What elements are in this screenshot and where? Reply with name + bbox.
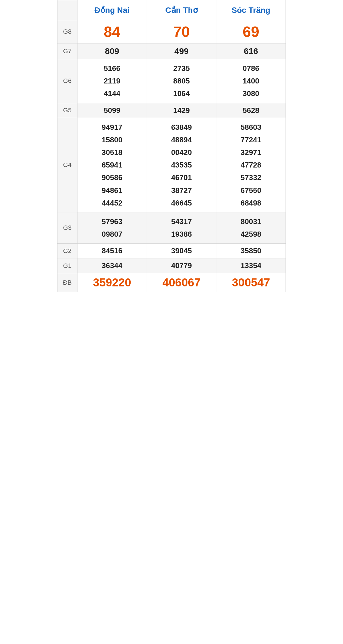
g6-dongnai: 516621194144 xyxy=(77,59,147,103)
list-item: 57332 xyxy=(218,171,284,184)
g3-soctrang: 8003142598 xyxy=(216,212,286,243)
g5-cantho: 1429 xyxy=(147,103,216,118)
list-item: 2735 xyxy=(148,62,215,75)
table-row-g7: G7 809 499 616 xyxy=(57,43,286,59)
list-item: 0786 xyxy=(218,62,284,75)
list-item: 58603 xyxy=(218,121,284,133)
list-item: 94917 xyxy=(79,121,145,133)
list-item: 1400 xyxy=(218,75,284,87)
g5-dongnai: 5099 xyxy=(77,103,147,118)
g2-label: G2 xyxy=(57,244,77,258)
list-item: 19386 xyxy=(148,228,215,240)
header-label-col xyxy=(57,0,77,20)
table-row-g1: G1 36344 40779 13354 xyxy=(57,258,286,273)
list-item: 8805 xyxy=(148,75,215,87)
db-cantho-val: 406067 xyxy=(162,276,200,289)
list-item: 5166 xyxy=(79,62,145,75)
g8-cantho-val: 70 xyxy=(173,23,190,40)
list-item: 47728 xyxy=(218,159,284,171)
list-item: 44452 xyxy=(79,197,145,209)
list-item: 2119 xyxy=(79,75,145,87)
g1-cantho: 40779 xyxy=(147,258,216,273)
list-item: 3080 xyxy=(218,87,284,100)
g7-soctrang: 616 xyxy=(216,43,286,59)
list-item: 80031 xyxy=(218,215,284,228)
g1-soctrang: 13354 xyxy=(216,258,286,273)
g3-cantho: 5431719386 xyxy=(147,212,216,243)
list-item: 67550 xyxy=(218,184,284,197)
table-row-g3: G3 5796309807 5431719386 8003142598 xyxy=(57,212,286,243)
list-item: 00420 xyxy=(148,146,215,159)
list-item: 1064 xyxy=(148,87,215,100)
list-item: 57963 xyxy=(79,215,145,228)
list-item: 30518 xyxy=(79,146,145,159)
list-item: 54317 xyxy=(148,215,215,228)
g8-dongnai: 84 xyxy=(77,20,147,43)
g5-soctrang: 5628 xyxy=(216,103,286,118)
list-item: 46645 xyxy=(148,197,215,209)
g6-soctrang: 078614003080 xyxy=(216,59,286,103)
table-row-g2: G2 84516 39045 35850 xyxy=(57,244,286,258)
g7-dongnai: 809 xyxy=(77,43,147,59)
db-dongnai-val: 359220 xyxy=(93,276,131,289)
list-item: 63849 xyxy=(148,121,215,133)
g8-soctrang-val: 69 xyxy=(243,23,259,40)
header-cantho: Cần Thơ xyxy=(147,0,216,20)
list-item: 90586 xyxy=(79,171,145,184)
g4-dongnai: 94917158003051865941905869486144452 xyxy=(77,118,147,212)
header-soctrang: Sóc Trăng xyxy=(216,0,286,20)
table-row-g5: G5 5099 1429 5628 xyxy=(57,103,286,118)
list-item: 42598 xyxy=(218,228,284,240)
g6-label: G6 xyxy=(57,59,77,103)
db-dongnai: 359220 xyxy=(77,273,147,292)
g2-soctrang: 35850 xyxy=(216,244,286,258)
g8-soctrang: 69 xyxy=(216,20,286,43)
g2-cantho: 39045 xyxy=(147,244,216,258)
g7-label: G7 xyxy=(57,43,77,59)
g6-cantho: 273588051064 xyxy=(147,59,216,103)
db-soctrang-val: 300547 xyxy=(232,276,270,289)
list-item: 77241 xyxy=(218,133,284,146)
table-row-g4: G4 94917158003051865941905869486144452 6… xyxy=(57,118,286,212)
list-item: 68498 xyxy=(218,197,284,209)
db-soctrang: 300547 xyxy=(216,273,286,292)
table-row-g6: G6 516621194144 273588051064 07861400308… xyxy=(57,59,286,103)
g3-label: G3 xyxy=(57,212,77,243)
g8-cantho: 70 xyxy=(147,20,216,43)
list-item: 65941 xyxy=(79,159,145,171)
list-item: 15800 xyxy=(79,133,145,146)
table-row-g8: G8 84 70 69 xyxy=(57,20,286,43)
list-item: 94861 xyxy=(79,184,145,197)
g4-label: G4 xyxy=(57,118,77,212)
list-item: 38727 xyxy=(148,184,215,197)
db-label: ĐB xyxy=(57,273,77,292)
list-item: 32971 xyxy=(218,146,284,159)
db-cantho: 406067 xyxy=(147,273,216,292)
g4-cantho: 63849488940042043535467013872746645 xyxy=(147,118,216,212)
g4-soctrang: 58603772413297147728573326755068498 xyxy=(216,118,286,212)
table-row-db: ĐB 359220 406067 300547 xyxy=(57,273,286,292)
list-item: 4144 xyxy=(79,87,145,100)
list-item: 09807 xyxy=(79,228,145,240)
g3-dongnai: 5796309807 xyxy=(77,212,147,243)
g2-dongnai: 84516 xyxy=(77,244,147,258)
list-item: 43535 xyxy=(148,159,215,171)
g8-label: G8 xyxy=(57,20,77,43)
g1-dongnai: 36344 xyxy=(77,258,147,273)
g8-dongnai-val: 84 xyxy=(104,23,120,40)
g1-label: G1 xyxy=(57,258,77,273)
header-dongnai: Đồng Nai xyxy=(77,0,147,20)
g7-cantho: 499 xyxy=(147,43,216,59)
g5-label: G5 xyxy=(57,103,77,118)
list-item: 48894 xyxy=(148,133,215,146)
list-item: 46701 xyxy=(148,171,215,184)
